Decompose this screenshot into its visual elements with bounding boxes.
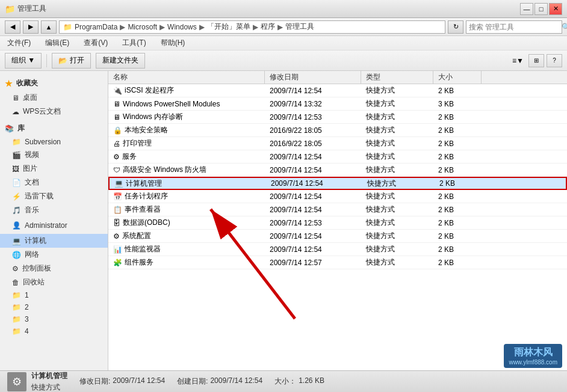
network-label: 网络 [25,250,39,260]
sidebar-item-computer[interactable]: 💻 计算机 [0,234,108,248]
file-icon: 💻 [114,179,123,188]
menu-bar: 文件(F) 编辑(E) 查看(V) 工具(T) 帮助(H) [0,36,567,51]
col-header-type[interactable]: 类型 [361,71,433,84]
sidebar-item-folder4[interactable]: 📁 4 [0,325,108,337]
menu-view[interactable]: 查看(V) [81,37,110,49]
file-size-cell: 2 KB [433,86,482,96]
file-date-cell: 2009/7/14 12:53 [265,218,361,228]
folder2-icon: 📁 [12,303,21,311]
new-folder-button[interactable]: 新建文件夹 [96,53,145,69]
col-header-size[interactable]: 大小 [433,71,482,84]
file-icon: 🖨 [113,139,120,148]
table-row[interactable]: 🗄 数据源(ODBC) 2009/7/14 12:53 快捷方式 2 KB [108,216,567,230]
search-input[interactable] [469,23,559,31]
breadcrumb-6: 管理工具 [285,22,314,32]
search-box[interactable]: 🔍 [466,20,562,34]
sep5: ▶ [277,23,283,31]
sidebar-item-doc[interactable]: 📄 文档 [0,176,108,189]
menu-tools[interactable]: 工具(T) [120,37,148,49]
sidebar-item-desktop[interactable]: 🖥 桌面 [0,91,108,105]
favorites-header[interactable]: ★ ★ 收藏夹 收藏夹 [0,76,108,91]
file-type-cell: 快捷方式 [361,111,433,123]
file-size-cell: 2 KB [433,192,482,201]
table-row[interactable]: 🖥 Windows PowerShell Modules 2009/7/14 1… [108,97,567,111]
file-name: 数据源(ODBC) [123,218,170,228]
breadcrumb-4: 「开始」菜单 [207,22,250,32]
doc-label: 文档 [25,177,39,188]
sidebar-item-thunder[interactable]: ⚡ 迅雷下载 [0,189,108,203]
sidebar-item-folder3[interactable]: 📁 3 [0,313,108,325]
file-name-cell: 🧩 组件服务 [108,257,265,268]
table-row[interactable]: 🔌 iSCSI 发起程序 2009/7/14 12:54 快捷方式 2 KB [108,84,567,97]
music-label: 音乐 [25,205,39,215]
file-date-cell: 2016/9/22 18:05 [265,126,361,135]
menu-file[interactable]: 文件(F) [5,37,33,49]
file-type-cell: 快捷方式 [361,98,433,109]
sidebar-item-recycle[interactable]: 🗑 回收站 [0,275,108,289]
picture-icon: 🖼 [12,165,19,173]
forward-button[interactable]: ▶ [23,20,39,34]
status-type: 快捷方式 [31,382,67,393]
favorites-section: ★ ★ 收藏夹 收藏夹 🖥 桌面 ☁ WPS云文档 [0,76,108,118]
back-button[interactable]: ◀ [5,20,20,34]
table-row[interactable]: 🛡 高级安全 Windows 防火墙 2009/7/14 12:54 快捷方式 … [108,164,567,177]
admin-icon: 👤 [12,221,21,230]
thunder-icon: ⚡ [12,192,21,201]
sidebar-item-folder1[interactable]: 📁 1 [0,289,108,301]
address-path[interactable]: 📁 ProgramData ▶ Microsoft ▶ Windows ▶ 「开… [59,20,445,34]
help-button[interactable]: ? [547,54,562,67]
doc-icon: 📄 [12,179,21,187]
table-row[interactable]: 📋 事件查看器 2009/7/14 12:54 快捷方式 2 KB [108,203,567,216]
breadcrumb-2: Microsoft [128,23,157,31]
table-row[interactable]: ⚙ 服务 2009/7/14 12:54 快捷方式 2 KB [108,150,567,164]
table-row[interactable]: 🔒 本地安全策略 2016/9/22 18:05 快捷方式 2 KB [108,124,567,137]
file-icon: ⚙ [113,153,120,161]
sidebar-item-music[interactable]: 🎵 音乐 [0,203,108,217]
view-toggle-button[interactable]: ⊞ [528,54,544,67]
status-item-name: 计算机管理 [31,371,67,381]
menu-help[interactable]: 帮助(H) [158,37,188,49]
organize-button[interactable]: 组织 ▼ [5,53,42,69]
file-size-cell: 2 KB [433,258,482,268]
file-date-cell: 2009/7/14 12:54 [265,231,361,241]
file-name: 系统配置 [122,231,151,241]
toolbar: 组织 ▼ 📂 打开 新建文件夹 ≡▼ ⊞ ? [0,51,567,71]
maximize-button[interactable]: □ [534,3,548,15]
watermark-logo: 雨林木风 [509,346,557,359]
refresh-button[interactable]: ↻ [448,20,463,34]
file-name: 服务 [122,152,137,162]
table-row[interactable]: 📊 性能监视器 2009/7/14 12:54 快捷方式 2 KB [108,243,567,256]
sidebar-item-network[interactable]: 🌐 网络 [0,248,108,262]
table-row[interactable]: 🧩 组件服务 2009/7/14 12:57 快捷方式 2 KB [108,256,567,269]
file-icon: 🔌 [113,87,122,95]
favorites-text: 收藏夹 [16,78,38,88]
sidebar-item-control[interactable]: ⚙ 控制面板 [0,262,108,275]
folder3-label: 3 [25,315,29,323]
title-bar: 📁 管理工具 — □ ✕ [0,0,567,18]
minimize-button[interactable]: — [520,3,533,15]
file-date-cell: 2009/7/14 12:54 [266,179,362,188]
sidebar-item-video[interactable]: 🎬 视频 [0,148,108,162]
table-row[interactable]: 🖨 打印管理 2016/9/22 18:05 快捷方式 2 KB [108,137,567,150]
sidebar-item-folder2[interactable]: 📁 2 [0,301,108,313]
close-button[interactable]: ✕ [549,3,562,15]
sidebar-item-wps[interactable]: ☁ WPS云文档 [0,105,108,118]
open-button[interactable]: 📂 打开 [52,53,91,69]
wps-label: WPS云文档 [23,106,61,117]
table-row[interactable]: 💻 计算机管理 2009/7/14 12:54 快捷方式 2 KB [108,177,567,190]
sidebar-item-picture[interactable]: 🖼 图片 [0,162,108,176]
file-type-cell: 快捷方式 [362,178,435,189]
sidebar-item-admin[interactable]: 👤 Administrator [0,219,108,231]
col-header-date[interactable]: 修改日期 [265,71,361,84]
file-icon: ⚙ [113,232,120,240]
table-row[interactable]: 🖥 Windows 内存诊断 2009/7/14 12:53 快捷方式 2 KB [108,111,567,124]
library-header[interactable]: 📚 库 [0,121,108,136]
file-name-cell: 🛡 高级安全 Windows 防火墙 [108,164,265,176]
up-button[interactable]: ▲ [41,20,57,34]
sidebar-item-subversion[interactable]: 📁 Subversion [0,136,108,148]
library-icon: 📚 [5,124,14,133]
table-row[interactable]: ⚙ 系统配置 2009/7/14 12:54 快捷方式 2 KB [108,230,567,243]
col-header-name[interactable]: 名称 [108,71,265,84]
menu-edit[interactable]: 编辑(E) [43,37,72,49]
table-row[interactable]: 📅 任务计划程序 2009/7/14 12:54 快捷方式 2 KB [108,190,567,203]
